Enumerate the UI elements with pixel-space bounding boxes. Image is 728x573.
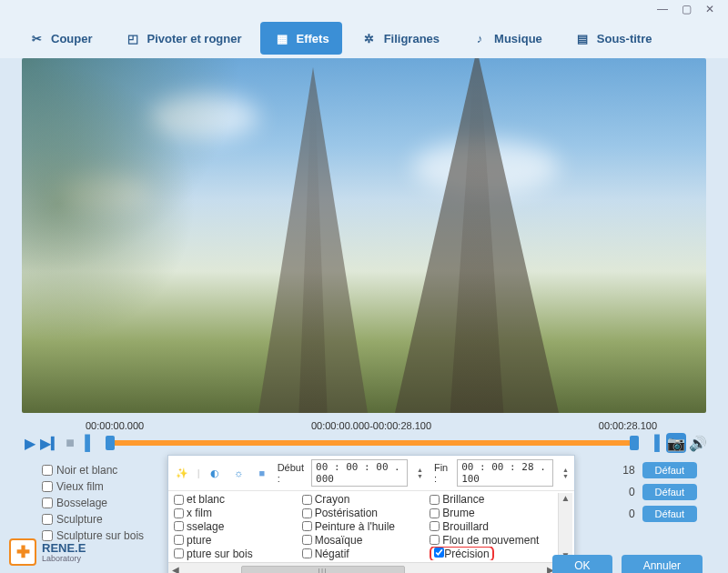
window-titlebar: — ▢ ✕ xyxy=(0,0,728,18)
vertical-scrollbar[interactable]: ▲▼ xyxy=(558,493,572,560)
cancel-button[interactable]: Annuler xyxy=(622,555,703,573)
fin-stepper[interactable]: ▲▼ xyxy=(562,467,569,479)
value-row: 18Défaut xyxy=(622,462,697,478)
tab-music[interactable]: ♪Musique xyxy=(458,22,555,55)
popup-effect-checkbox[interactable]: x film xyxy=(174,507,302,520)
slider-handle-start[interactable] xyxy=(106,436,115,450)
effect-checkbox[interactable]: Vieux film xyxy=(42,478,144,495)
popup-effect-checkbox[interactable]: Mosaïque xyxy=(302,533,430,547)
popup-effect-checkbox[interactable]: Précision xyxy=(430,547,558,560)
tab-effects-label: Effets xyxy=(297,32,329,45)
scissors-icon: ✂ xyxy=(27,29,46,47)
effects-popup: ✨ | ◐ ☼ ■ Début : 00 : 00 : 00 . 000 ▲▼ … xyxy=(167,455,575,573)
effect-checkbox[interactable]: Noir et blanc xyxy=(42,462,144,478)
value-display: 0 xyxy=(629,508,635,520)
logo-line2: Laboratory xyxy=(42,554,86,563)
effect-checkbox[interactable]: Sculpture xyxy=(42,511,144,528)
debut-input[interactable]: 00 : 00 : 00 . 000 xyxy=(311,459,408,487)
popup-effect-checkbox[interactable]: Crayon xyxy=(302,493,430,507)
main-tabs: ✂Couper ◰Pivoter et rogner ▦Effets ✲Fili… xyxy=(0,18,728,58)
default-button[interactable]: Défaut xyxy=(642,506,697,522)
popup-effect-checkbox[interactable]: Peinture à l'huile xyxy=(302,520,430,534)
time-end: 00:00:28.100 xyxy=(599,420,657,431)
brightness-icon[interactable]: ☼ xyxy=(230,464,247,482)
subtitle-icon: ▤ xyxy=(573,29,592,47)
popup-effect-checkbox[interactable]: pture xyxy=(174,533,302,547)
tab-subtitle-label: Sous-titre xyxy=(597,32,652,45)
tab-cut-label: Couper xyxy=(51,32,93,45)
tab-rotate[interactable]: ◰Pivoter et rogner xyxy=(111,22,255,55)
crop-icon: ◰ xyxy=(124,29,142,47)
fin-label: Fin : xyxy=(434,462,450,484)
tab-cut[interactable]: ✂Couper xyxy=(15,22,106,55)
fin-input[interactable]: 00 : 00 : 28 . 100 xyxy=(457,459,553,487)
minimize-button[interactable]: — xyxy=(652,2,673,16)
scroll-thumb[interactable]: ||| xyxy=(241,566,405,573)
effects-values-right: 18Défaut0Défaut0Défaut xyxy=(622,462,697,522)
time-range: 00:00:00.000-00:00:28.100 xyxy=(311,420,431,431)
logo-icon: ✚ xyxy=(9,538,36,566)
default-button[interactable]: Défaut xyxy=(642,462,697,478)
value-row: 0Défaut xyxy=(629,484,697,500)
tab-subtitle[interactable]: ▤Sous-titre xyxy=(561,22,665,55)
logo-line1: RENE.E xyxy=(42,542,86,554)
popup-col-2: CrayonPostérisationPeinture à l'huileMos… xyxy=(302,493,430,560)
magic-wand-icon[interactable]: ✨ xyxy=(174,464,190,482)
ok-button[interactable]: OK xyxy=(552,555,612,573)
default-button[interactable]: Défaut xyxy=(642,484,697,500)
video-preview xyxy=(22,58,706,413)
value-row: 0Défaut xyxy=(629,506,697,522)
brand-logo: ✚ RENE.E Laboratory xyxy=(9,538,86,566)
value-display: 18 xyxy=(622,464,634,477)
contrast-icon[interactable]: ◐ xyxy=(207,464,224,482)
maximize-button[interactable]: ▢ xyxy=(675,2,697,16)
popup-effect-checkbox[interactable]: Brume xyxy=(430,507,558,520)
popup-effect-checkbox[interactable]: Flou de mouvement xyxy=(430,533,558,547)
tab-effects[interactable]: ▦Effets xyxy=(260,22,342,55)
popup-effect-checkbox[interactable]: et blanc xyxy=(174,493,302,507)
playback-controls: 00:00:00.000 00:00:00.000-00:00:28.100 0… xyxy=(0,415,728,453)
debut-stepper[interactable]: ▲▼ xyxy=(417,467,423,479)
popup-effect-checkbox[interactable]: Postérisation xyxy=(302,507,430,520)
stop-button[interactable]: ■ xyxy=(62,435,78,451)
film-icon: ▦ xyxy=(273,29,291,47)
tab-rotate-label: Pivoter et rogner xyxy=(147,32,242,45)
mark-out-button[interactable]: ▐ xyxy=(646,435,662,451)
play-end-button[interactable]: ▶▍ xyxy=(42,435,58,451)
color-icon[interactable]: ■ xyxy=(254,464,270,482)
tab-watermark-label: Filigranes xyxy=(384,32,440,45)
time-start: 00:00:00.000 xyxy=(86,420,144,431)
debut-label: Début : xyxy=(278,462,304,484)
popup-effect-checkbox[interactable]: Brillance xyxy=(430,493,558,507)
popup-effect-checkbox[interactable]: sselage xyxy=(174,520,302,534)
tab-music-label: Musique xyxy=(494,32,542,45)
tab-watermark[interactable]: ✲Filigranes xyxy=(348,22,452,55)
volume-button[interactable]: 🔊 xyxy=(690,435,706,451)
timeline-slider[interactable] xyxy=(106,440,639,446)
gear-icon: ✲ xyxy=(360,29,379,47)
popup-effect-checkbox[interactable]: pture sur bois xyxy=(174,547,302,560)
popup-col-1: et blancx filmsselagepturepture sur bois xyxy=(174,493,302,560)
snapshot-button[interactable]: 📷 xyxy=(666,433,686,453)
horizontal-scrollbar[interactable]: ◀ ||| ▶ ✔ xyxy=(168,562,574,573)
slider-handle-end[interactable] xyxy=(630,436,639,450)
close-button[interactable]: ✕ xyxy=(699,2,721,16)
play-button[interactable]: ▶ xyxy=(22,435,38,451)
popup-col-3: BrillanceBrumeBrouillardFlou de mouvemen… xyxy=(430,493,558,560)
popup-effect-checkbox[interactable]: Brouillard xyxy=(430,520,558,534)
effects-panel: Noir et blancVieux filmBosselageSculptur… xyxy=(0,458,728,573)
effects-list-left: Noir et blancVieux filmBosselageSculptur… xyxy=(42,462,144,544)
precision-highlight: Précision xyxy=(430,547,493,560)
music-icon: ♪ xyxy=(470,29,489,47)
effect-checkbox[interactable]: Bosselage xyxy=(42,495,144,511)
mark-in-button[interactable]: ▌ xyxy=(82,435,98,451)
scroll-left-icon[interactable]: ◀ xyxy=(172,565,179,573)
value-display: 0 xyxy=(629,486,635,498)
popup-effect-checkbox[interactable]: Négatif xyxy=(302,547,430,560)
